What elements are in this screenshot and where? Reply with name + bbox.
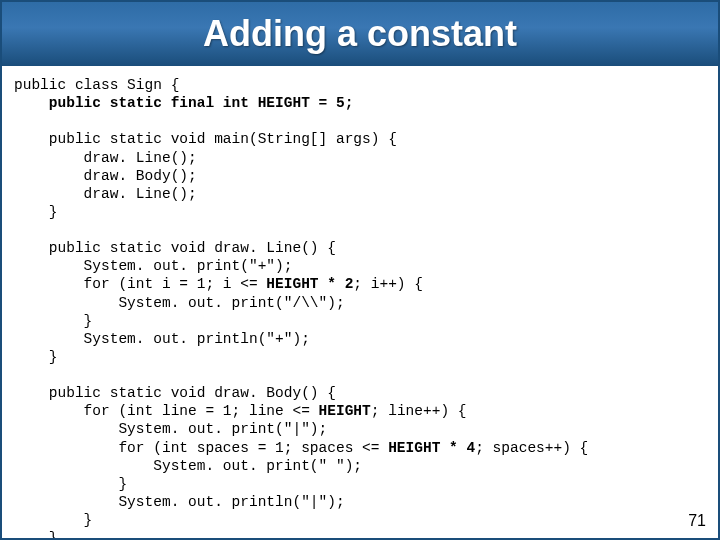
code-line: draw. Line(); — [14, 186, 197, 202]
code-line: } — [14, 313, 92, 329]
code-line: } — [14, 204, 58, 220]
code-line: for (int line = 1; line <= — [14, 403, 319, 419]
code-line: } — [14, 530, 58, 540]
code-line: System. out. print(" "); — [14, 458, 362, 474]
code-constant: HEIGHT — [319, 403, 371, 419]
code-block: public class Sign { public static final … — [2, 66, 718, 540]
code-constant: HEIGHT = 5 — [258, 95, 345, 111]
code-line: draw. Body(); — [14, 168, 197, 184]
page-number: 71 — [688, 512, 706, 530]
code-constant: HEIGHT * 4 — [388, 440, 475, 456]
code-line: public class Sign { — [14, 77, 179, 93]
code-line: for (int i = 1; i <= — [14, 276, 266, 292]
code-line: System. out. print("+"); — [14, 258, 292, 274]
code-line: ; — [345, 95, 354, 111]
code-line: } — [14, 512, 92, 528]
code-line: ; spaces++) { — [475, 440, 588, 456]
code-line: public static final int — [14, 95, 258, 111]
code-line: public static void draw. Line() { — [14, 240, 336, 256]
code-line: } — [14, 349, 58, 365]
code-line: System. out. print("/\\"); — [14, 295, 345, 311]
code-line: System. out. println("|"); — [14, 494, 345, 510]
code-line: draw. Line(); — [14, 150, 197, 166]
code-line: public static void main(String[] args) { — [14, 131, 397, 147]
code-line: public static void draw. Body() { — [14, 385, 336, 401]
code-line: } — [14, 476, 127, 492]
code-line: System. out. println("+"); — [14, 331, 310, 347]
code-line: System. out. print("|"); — [14, 421, 327, 437]
code-line: for (int spaces = 1; spaces <= — [14, 440, 388, 456]
slide-title: Adding a constant — [203, 13, 517, 55]
code-line: ; line++) { — [371, 403, 467, 419]
code-line: ; i++) { — [353, 276, 423, 292]
title-bar: Adding a constant — [2, 2, 718, 66]
code-constant: HEIGHT * 2 — [266, 276, 353, 292]
